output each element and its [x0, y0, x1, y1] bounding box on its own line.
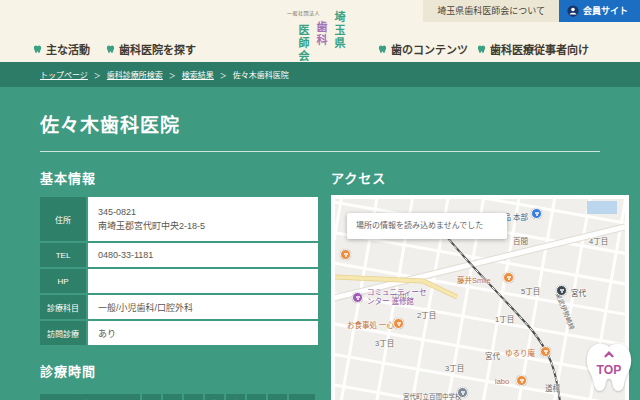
address-zip: 345-0821 — [98, 205, 308, 219]
map-label-town: 宮代 — [485, 350, 500, 361]
site-logo[interactable]: 一般社団法人 埼玉県 歯科 医師会 — [287, 7, 349, 65]
member-circle-icon — [567, 5, 579, 17]
nav-label: 歯のコンテンツ — [391, 41, 468, 57]
address-street: 南埼玉郡宮代町中央2-18-5 — [98, 219, 308, 233]
nav-item-professionals[interactable]: 歯科医療従事者向け — [477, 41, 589, 57]
logo-org-type: 一般社団法人 — [287, 9, 320, 16]
tel-label: TEL — [40, 243, 86, 267]
title-block: 佐々木歯科医院 — [40, 110, 600, 152]
breadcrumb-results[interactable]: 検索結果 — [182, 69, 214, 80]
top-button-label: TOP — [597, 363, 622, 377]
access-heading: アクセス — [331, 168, 629, 187]
basic-info-table: 住所 345-0821 南埼玉郡宮代町中央2-18-5 TEL 0480-33-… — [38, 195, 320, 347]
map-label-school[interactable]: 宮代町立百間中学校 — [403, 391, 462, 400]
hp-label: HP — [40, 269, 86, 293]
restaurant-poi-icon[interactable] — [503, 272, 514, 283]
table-row-departments: 診療科目 一般/小児歯科/口腔外科 — [40, 295, 318, 319]
hours-col-sun: 日 — [268, 394, 287, 400]
departments-value: 一般/小児歯科/口腔外科 — [88, 295, 318, 319]
tooth-icon — [33, 45, 42, 54]
nav-item-activities[interactable]: 主な活動 — [33, 41, 90, 57]
visiting-label: 訪問診療 — [40, 321, 86, 345]
member-site-button[interactable]: 会員サイト — [559, 0, 640, 22]
nav-label: 歯科医療従事者向け — [490, 41, 589, 57]
site-header: 埼玉県歯科医師会について 会員サイト 一般社団法人 埼玉県 歯科 医師会 主な活… — [0, 0, 640, 62]
pharmacy-hq-poi-icon[interactable] — [531, 208, 542, 219]
map-label-district: 3丁目 — [445, 362, 464, 373]
page-title: 佐々木歯科医院 — [40, 110, 600, 137]
map-label-district: 5丁目 — [521, 285, 540, 296]
restaurant-poi-icon[interactable] — [340, 249, 351, 260]
map-label-restaurant[interactable]: labo — [495, 377, 509, 386]
hours-heading: 診療時間 — [40, 361, 318, 380]
breadcrumb-current: 佐々木歯科医院 — [233, 69, 289, 80]
breadcrumb: トップページ ＞ 歯科診療所検索 ＞ 検索結果 ＞ 佐々木歯科医院 — [0, 62, 640, 87]
hours-col-tue: 火 — [163, 394, 182, 400]
table-row-visiting: 訪問診療 あり — [40, 321, 318, 345]
about-association-link[interactable]: 埼玉県歯科医師会について — [423, 0, 559, 22]
logo-text-saitama: 埼玉県 — [333, 11, 344, 50]
hours-col-mon: 月 — [142, 394, 161, 400]
utility-bar: 埼玉県歯科医師会について 会員サイト — [423, 0, 640, 22]
hours-col-fri: 金 — [226, 394, 245, 400]
logo-text-ishikai: 医師会 — [297, 24, 308, 63]
back-to-top-button[interactable]: TOP — [580, 340, 638, 398]
map-label-landmark: 道標 — [545, 382, 560, 393]
restaurant-poi-icon[interactable] — [516, 375, 527, 386]
hours-header-row: 診療時間 月 火 水 木 金 土 日 祝日 — [40, 394, 315, 400]
map-label-district: 1丁目 — [495, 313, 514, 324]
map-label-district: 4丁目 — [589, 235, 608, 246]
map-error-popup: 場所の情報を読み込めませんでした — [347, 213, 507, 239]
restaurant-poi-icon[interactable] — [540, 346, 551, 357]
breadcrumb-separator: ＞ — [220, 70, 227, 80]
table-row-tel: TEL 0480-33-1181 — [40, 243, 318, 267]
member-site-label: 会員サイト — [583, 0, 628, 22]
table-row-hp: HP — [40, 269, 318, 293]
basic-info-section: 基本情報 住所 345-0821 南埼玉郡宮代町中央2-18-5 TEL 048… — [40, 168, 318, 400]
tooth-icon — [378, 45, 387, 54]
map-label-restaurant[interactable]: ゆるり庵 — [505, 347, 535, 358]
map-label-shop[interactable]: 藤井Smile — [457, 274, 491, 285]
restaurant-poi-icon[interactable] — [393, 318, 404, 329]
hp-value — [88, 269, 318, 293]
breadcrumb-home[interactable]: トップページ — [40, 69, 88, 80]
tooth-shape-icon: TOP — [580, 340, 638, 398]
hours-table: 診療時間 月 火 水 木 金 土 日 祝日 — [38, 392, 317, 400]
logo-text-shika: 歯科 — [315, 21, 326, 47]
map-label-station[interactable]: 宮代 — [571, 287, 586, 298]
hours-col-thu: 木 — [205, 394, 224, 400]
breadcrumb-search[interactable]: 歯科診療所検索 — [107, 69, 163, 80]
address-label: 住所 — [40, 197, 86, 241]
nav-label: 歯科医院を探す — [119, 41, 196, 57]
map-label-district: 百間 — [513, 235, 528, 246]
hours-col-holiday: 祝日 — [289, 394, 315, 400]
hours-col-wed: 水 — [184, 394, 203, 400]
map-label-district: 2丁目 — [417, 309, 436, 320]
train-station-poi-icon[interactable] — [556, 285, 567, 296]
tooth-icon — [106, 45, 115, 54]
map-label-community-center[interactable]: コミュニティーセンター 進修館 — [367, 288, 429, 306]
community-center-poi-icon[interactable] — [352, 292, 363, 303]
tooth-icon — [477, 45, 486, 54]
hours-col-header: 診療時間 — [40, 394, 140, 400]
school-poi-icon[interactable] — [457, 387, 468, 398]
page: { "header": { "about_link": "埼玉県歯科医師会につい… — [0, 0, 640, 400]
map-water-area — [587, 201, 617, 214]
departments-label: 診療科目 — [40, 295, 86, 319]
nav-label: 主な活動 — [46, 41, 90, 57]
basic-info-heading: 基本情報 — [40, 168, 318, 187]
nav-item-tooth-contents[interactable]: 歯のコンテンツ — [378, 41, 468, 57]
map-label-restaurant[interactable]: お食事処 一心 — [347, 319, 394, 330]
nav-item-find-clinic[interactable]: 歯科医院を探す — [106, 41, 196, 57]
map-label-district: 3丁目 — [375, 337, 394, 348]
address-value: 345-0821 南埼玉郡宮代町中央2-18-5 — [88, 197, 318, 241]
tel-value: 0480-33-1181 — [88, 243, 318, 267]
table-row-address: 住所 345-0821 南埼玉郡宮代町中央2-18-5 — [40, 197, 318, 241]
hours-col-sat: 土 — [247, 394, 266, 400]
breadcrumb-separator: ＞ — [94, 70, 101, 80]
breadcrumb-separator: ＞ — [169, 70, 176, 80]
visiting-value: あり — [88, 321, 318, 345]
